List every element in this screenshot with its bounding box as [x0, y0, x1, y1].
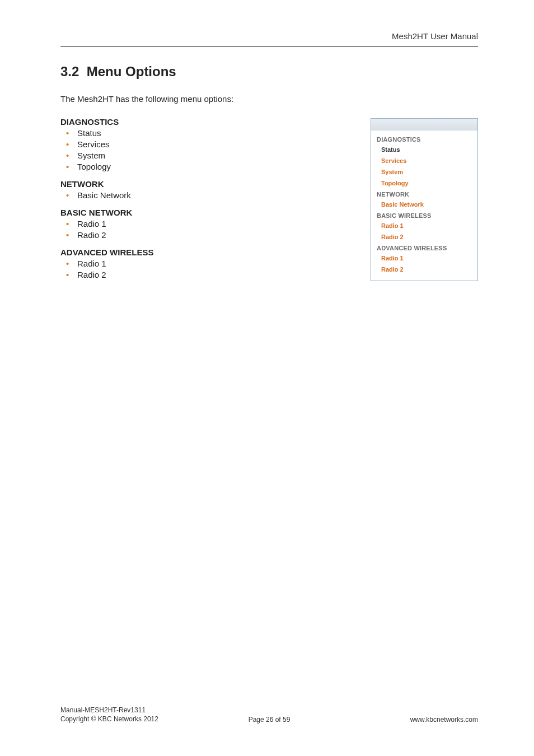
intro-text: The Mesh2HT has the following menu optio…	[60, 94, 478, 104]
footer-manual-id: Manual-MESH2HT-Rev1311	[60, 706, 146, 714]
left-column: DIAGNOSTICS Status Services System Topol…	[60, 117, 354, 287]
list-item: Radio 1	[60, 258, 354, 269]
section-number: 3.2	[60, 64, 79, 79]
panel-item-basic-network[interactable]: Basic Network	[381, 201, 472, 208]
panel-item-radio-2[interactable]: Radio 2	[381, 266, 472, 273]
list-item: Radio 1	[60, 218, 354, 230]
category-heading: ADVANCED WIRELESS	[60, 248, 354, 257]
panel-group-header: DIAGNOSTICS	[377, 136, 472, 143]
list-item: Basic Network	[60, 190, 354, 201]
list-item: Topology	[60, 161, 354, 172]
header-right: Mesh2HT User Manual	[392, 31, 478, 41]
panel-topbar	[371, 119, 477, 130]
list-item: Radio 2	[60, 230, 354, 241]
menu-screenshot: DIAGNOSTICS Status Services System Topol…	[371, 118, 478, 281]
panel-item-system[interactable]: System	[381, 169, 472, 175]
category-list: Status Services System Topology	[60, 128, 354, 172]
footer-right: www.kbcnetworks.com	[410, 716, 478, 724]
content-columns: DIAGNOSTICS Status Services System Topol…	[60, 117, 478, 287]
panel-item-status[interactable]: Status	[381, 146, 472, 153]
panel-group-header: ADVANCED WIRELESS	[377, 245, 472, 251]
category-list: Radio 1 Radio 2	[60, 218, 354, 241]
category-heading: DIAGNOSTICS	[60, 117, 354, 127]
panel-group-header: BASIC WIRELESS	[377, 212, 472, 219]
list-item: System	[60, 150, 354, 161]
category-list: Radio 1 Radio 2	[60, 258, 354, 281]
panel-group-header: NETWORK	[377, 191, 472, 198]
section-heading: 3.2 Menu Options	[60, 64, 478, 80]
section-title: Menu Options	[87, 64, 176, 79]
panel-item-topology[interactable]: Topology	[381, 180, 472, 186]
list-item: Services	[60, 139, 354, 150]
panel-item-radio-1[interactable]: Radio 1	[381, 222, 472, 229]
header-rule	[60, 46, 478, 46]
list-item: Radio 2	[60, 269, 354, 281]
category-heading: BASIC NETWORK	[60, 208, 354, 217]
category-list: Basic Network	[60, 190, 354, 201]
panel-item-services[interactable]: Services	[381, 157, 472, 164]
page: Mesh2HT User Manual 3.2 Menu Options The…	[0, 0, 534, 756]
category-heading: NETWORK	[60, 179, 354, 189]
panel-item-radio-1[interactable]: Radio 1	[381, 255, 472, 262]
panel-body: DIAGNOSTICS Status Services System Topol…	[371, 130, 477, 281]
list-item: Status	[60, 128, 354, 139]
panel-item-radio-2[interactable]: Radio 2	[381, 234, 472, 240]
